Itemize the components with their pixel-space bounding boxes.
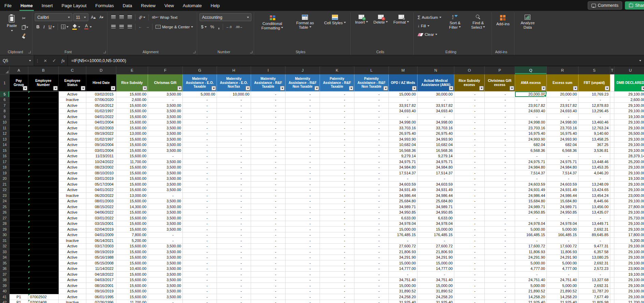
cell-I19[interactable]: - bbox=[251, 170, 286, 176]
cell-R33[interactable]: 11,806.93 bbox=[547, 249, 579, 255]
cell-H8[interactable]: - bbox=[217, 109, 251, 114]
cell-I40[interactable]: - bbox=[251, 289, 286, 294]
decrease-indent-button[interactable] bbox=[137, 23, 143, 31]
cell-F6[interactable]: - bbox=[148, 97, 183, 103]
cell-G21[interactable]: - bbox=[183, 182, 217, 187]
cell-G31[interactable]: - bbox=[183, 238, 217, 244]
cell-T11[interactable] bbox=[610, 125, 614, 131]
column-header-I[interactable]: I bbox=[251, 66, 286, 74]
cell-O27[interactable]: - bbox=[454, 215, 485, 221]
cell-T5[interactable] bbox=[610, 91, 614, 97]
cell-H34[interactable]: - bbox=[217, 255, 251, 261]
cell-T23[interactable] bbox=[610, 193, 614, 199]
cell-I41[interactable]: - bbox=[251, 294, 286, 300]
cell-S26[interactable]: 13,435.07 bbox=[579, 210, 610, 216]
cell-G14[interactable]: - bbox=[183, 142, 217, 148]
align-left-button[interactable] bbox=[110, 23, 117, 31]
wrap-text-button[interactable]: Wrap Text bbox=[150, 14, 179, 21]
field-header-B[interactable]: Employee Number bbox=[28, 74, 59, 91]
cell-Q16[interactable]: - bbox=[515, 154, 547, 159]
cell-O40[interactable]: - bbox=[454, 289, 485, 294]
cell-F8[interactable]: 3,500.00 bbox=[148, 109, 183, 114]
cell-T32[interactable] bbox=[610, 244, 614, 249]
cell-R5[interactable]: 20,000.00 bbox=[547, 91, 579, 97]
cell-D33[interactable]: 09/19/2019 bbox=[86, 249, 116, 255]
cell-B34[interactable] bbox=[28, 255, 59, 261]
cell-N16[interactable]: 9,279.14 bbox=[418, 154, 454, 159]
cell-T30[interactable] bbox=[610, 232, 614, 238]
row-header-36[interactable]: 36 bbox=[0, 266, 10, 272]
borders-button[interactable] bbox=[60, 23, 70, 31]
cell-S29[interactable]: 2,692.31 bbox=[579, 227, 610, 232]
cell-L19[interactable]: - bbox=[354, 170, 389, 176]
cell-B13[interactable] bbox=[28, 136, 59, 142]
cell-O41[interactable]: - bbox=[454, 294, 485, 300]
cell-M14[interactable]: 10,682.04 bbox=[389, 142, 418, 148]
cell-H19[interactable]: - bbox=[217, 170, 251, 176]
cell-M37[interactable]: - bbox=[389, 272, 418, 277]
cell-C36[interactable]: Active bbox=[59, 266, 86, 272]
tab-page-layout[interactable]: Page Layout bbox=[57, 0, 91, 11]
cell-K39[interactable]: - bbox=[320, 283, 354, 289]
cell-E32[interactable]: 15,600.00 bbox=[116, 244, 148, 249]
cell-J24[interactable]: - bbox=[286, 199, 320, 204]
cell-P36[interactable]: - bbox=[485, 266, 515, 272]
cell-G5[interactable]: 5,000.00 bbox=[183, 91, 217, 97]
cell-K9[interactable]: - bbox=[320, 114, 354, 120]
cell-D27[interactable]: 03/01/2022 bbox=[86, 215, 116, 221]
cell-G20[interactable]: - bbox=[183, 176, 217, 182]
cell-I28[interactable]: - bbox=[251, 221, 286, 227]
cell-I6[interactable]: - bbox=[251, 97, 286, 103]
cell-T17[interactable] bbox=[610, 159, 614, 165]
cell-I29[interactable]: - bbox=[251, 227, 286, 232]
cell-D41[interactable]: 06/01/1995 bbox=[86, 294, 116, 300]
cell-G32[interactable]: - bbox=[183, 244, 217, 249]
cell-U17[interactable]: 25,200.00 bbox=[614, 159, 644, 165]
cell-G18[interactable]: - bbox=[183, 165, 217, 171]
cell-H5[interactable]: 10,000.00 bbox=[217, 91, 251, 97]
cell-R26[interactable]: 24,950.85 bbox=[547, 210, 579, 216]
cell-G27[interactable]: - bbox=[183, 215, 217, 221]
cell-A17[interactable] bbox=[10, 159, 28, 165]
cell-Q35[interactable]: 5,000.00 bbox=[515, 260, 547, 266]
tab-data[interactable]: Data bbox=[118, 0, 136, 11]
cell-J11[interactable]: - bbox=[286, 125, 320, 131]
cell-T26[interactable] bbox=[610, 210, 614, 216]
cell-J26[interactable]: - bbox=[286, 210, 320, 216]
cell-T19[interactable] bbox=[610, 170, 614, 176]
filter-button-R[interactable] bbox=[573, 86, 577, 90]
cell-K6[interactable]: - bbox=[320, 97, 354, 103]
cell-I16[interactable]: - bbox=[251, 154, 286, 159]
cell-J29[interactable]: - bbox=[286, 227, 320, 232]
filter-button-H[interactable] bbox=[246, 86, 250, 90]
cell-Q17[interactable]: 24,975.71 bbox=[515, 159, 547, 165]
cell-Q20[interactable]: - bbox=[515, 176, 547, 182]
cell-B36[interactable] bbox=[28, 266, 59, 272]
cell-L21[interactable]: - bbox=[354, 182, 389, 187]
cell-O14[interactable]: - bbox=[454, 142, 485, 148]
filter-button-E[interactable] bbox=[143, 86, 147, 90]
cell-G11[interactable]: - bbox=[183, 125, 217, 131]
cell-K11[interactable]: - bbox=[320, 125, 354, 131]
cell-I42[interactable]: - bbox=[251, 300, 286, 303]
cell-S28[interactable]: 13,449.71 bbox=[579, 221, 610, 227]
cell-L22[interactable]: - bbox=[354, 187, 389, 193]
cell-E35[interactable]: 15,600.00 bbox=[116, 260, 148, 266]
cell-M34[interactable]: 34,291.90 bbox=[389, 255, 418, 261]
cell-I23[interactable]: - bbox=[251, 193, 286, 199]
cell-T10[interactable] bbox=[610, 120, 614, 126]
cell-P5[interactable]: - bbox=[485, 91, 515, 97]
cell-L30[interactable]: - bbox=[354, 232, 389, 238]
cell-I12[interactable]: - bbox=[251, 131, 286, 137]
tab-formulas[interactable]: Formulas bbox=[91, 0, 118, 11]
cell-S5[interactable]: 10,769.23 bbox=[579, 91, 610, 97]
cell-Q11[interactable]: 23,703.16 bbox=[515, 125, 547, 131]
cell-F14[interactable]: 3,500.00 bbox=[148, 142, 183, 148]
cell-F26[interactable]: 3,500.00 bbox=[148, 210, 183, 216]
cell-C9[interactable]: Active bbox=[59, 114, 86, 120]
row-header-41[interactable]: 41 bbox=[0, 294, 10, 300]
filter-button-C[interactable] bbox=[81, 86, 85, 90]
cell-O15[interactable]: - bbox=[454, 148, 485, 154]
cell-K17[interactable]: - bbox=[320, 159, 354, 165]
cell-P17[interactable]: - bbox=[485, 159, 515, 165]
